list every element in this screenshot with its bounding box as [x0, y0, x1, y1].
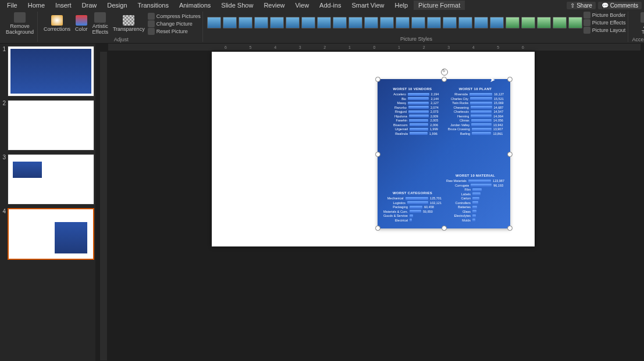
alt-text-button[interactable]: Alt Text: [639, 12, 644, 35]
color-icon: [76, 15, 87, 26]
picture-style-2[interactable]: [239, 17, 252, 28]
thumb-4[interactable]: [8, 208, 94, 260]
resize-handle-l[interactable]: [375, 152, 380, 157]
share-icon: ⇧: [570, 2, 575, 9]
artistic-effects-button[interactable]: Artistic Effects: [91, 12, 110, 35]
accessibility-label: Accessibility: [632, 37, 644, 42]
picture-style-15[interactable]: [443, 17, 457, 28]
color-label: Color: [75, 26, 88, 32]
tab-transitions[interactable]: Transitions: [133, 1, 173, 10]
layout-icon: [583, 27, 590, 34]
tab-draw[interactable]: Draw: [77, 1, 102, 10]
picture-border-button[interactable]: Picture Border: [583, 12, 626, 19]
panel-worst-plant: WORST 10 PLANTRiverside16,127Charles Cit…: [446, 87, 504, 136]
picture-style-1[interactable]: [223, 17, 237, 28]
picture-effects-button[interactable]: Picture Effects: [583, 19, 626, 26]
reset-picture-icon: [148, 28, 155, 35]
compress-icon: [148, 13, 155, 20]
alt-text-icon: [641, 12, 644, 23]
tab-home[interactable]: Home: [23, 1, 49, 10]
main-area: 1 2 3 4 6543210123456 WORST 10 VENDORSAc…: [0, 44, 644, 361]
picture-styles-label: Picture Styles: [400, 36, 432, 42]
picture-style-6[interactable]: [301, 17, 315, 28]
remove-background-button[interactable]: Remove Background: [4, 12, 35, 35]
selected-picture[interactable]: WORST 10 VENDORSAccelero2,194Bio2,144Mas…: [378, 79, 510, 228]
alt-text-label: Alt Text: [642, 23, 644, 35]
resize-handle-bl[interactable]: [375, 226, 380, 231]
picture-style-19[interactable]: [506, 17, 520, 28]
slide-stage[interactable]: 6543210123456 WORST 10 VENDORSAccelero2,…: [95, 44, 644, 361]
picture-style-3[interactable]: [254, 17, 268, 28]
transparency-button[interactable]: Transparency: [111, 15, 147, 33]
picture-style-23[interactable]: [568, 17, 582, 28]
picture-style-16[interactable]: [458, 17, 472, 28]
tab-file[interactable]: File: [2, 1, 22, 10]
picture-style-17[interactable]: [474, 17, 488, 28]
picture-style-11[interactable]: [380, 17, 394, 28]
slide-thumbnails[interactable]: 1 2 3 4: [0, 44, 95, 361]
panel-worst-vendors: WORST 10 VENDORSAccelero2,194Bio2,144Mas…: [383, 87, 442, 136]
resize-handle-b[interactable]: [442, 226, 447, 231]
tab-picture-format[interactable]: Picture Format: [414, 1, 465, 10]
group-accessibility: Alt Text Accessibility: [631, 12, 644, 42]
remove-bg-label: Remove Background: [6, 23, 34, 35]
change-picture-button[interactable]: Change Picture: [148, 20, 201, 27]
picture-style-8[interactable]: [333, 17, 347, 28]
adjust-group-label: Adjust: [114, 37, 129, 42]
thumb-3[interactable]: [8, 154, 94, 205]
corrections-button[interactable]: Corrections: [42, 15, 72, 33]
share-button[interactable]: ⇧ Share: [567, 2, 595, 9]
thumb-2[interactable]: [8, 100, 94, 151]
resize-handle-r[interactable]: [507, 152, 513, 157]
resize-handle-t[interactable]: [442, 77, 447, 82]
picture-style-7[interactable]: [317, 17, 331, 28]
picture-style-13[interactable]: [411, 17, 425, 28]
tab-add-ins[interactable]: Add-ins: [315, 1, 346, 10]
tab-animations[interactable]: Animations: [175, 1, 215, 10]
compress-pictures-button[interactable]: Compress Pictures: [148, 13, 201, 20]
picture-style-10[interactable]: [364, 17, 378, 28]
panel-worst-categories: WORST CATEGORIESMechanical125,701Logisti…: [383, 191, 442, 223]
tab-smart-view[interactable]: Smart View: [347, 1, 389, 10]
corrections-icon: [51, 15, 63, 26]
rotation-handle[interactable]: [441, 69, 448, 76]
tab-insert[interactable]: Insert: [51, 1, 76, 10]
resize-handle-br[interactable]: [507, 226, 513, 231]
picture-style-12[interactable]: [396, 17, 410, 28]
effects-icon: [583, 19, 590, 26]
picture-style-22[interactable]: [553, 17, 567, 28]
tab-help[interactable]: Help: [390, 1, 412, 10]
resize-handle-tr[interactable]: [507, 77, 513, 82]
border-icon: [583, 12, 590, 19]
group-adjust: Corrections Color Artistic Effects Trans…: [40, 12, 203, 42]
group-picture-styles: Picture Border Picture Effects Picture L…: [205, 12, 628, 42]
thumb-1[interactable]: [8, 46, 94, 96]
picture-styles-gallery[interactable]: [207, 17, 582, 28]
picture-style-20[interactable]: [521, 17, 535, 28]
artistic-icon: [94, 12, 106, 23]
group-remove-bg: Remove Background: [2, 12, 38, 42]
tab-view[interactable]: View: [290, 1, 314, 10]
picture-style-18[interactable]: [490, 17, 504, 28]
color-button[interactable]: Color: [73, 15, 90, 33]
picture-layout-button[interactable]: Picture Layout: [583, 27, 626, 34]
tab-review[interactable]: Review: [259, 1, 289, 10]
horizontal-ruler: 6543210123456: [108, 44, 641, 51]
slide-canvas[interactable]: WORST 10 VENDORSAccelero2,194Bio2,144Mas…: [212, 52, 535, 246]
panel-worst-material: WORST 10 MATERIALRaw Materials123,987Cor…: [446, 174, 504, 223]
picture-style-5[interactable]: [286, 17, 300, 28]
reset-picture-button[interactable]: Reset Picture: [148, 28, 201, 35]
comments-button[interactable]: 💬 Comments: [598, 2, 642, 9]
picture-style-0[interactable]: [207, 17, 221, 28]
picture-style-14[interactable]: [427, 17, 441, 28]
artistic-label: Artistic Effects: [92, 23, 108, 35]
picture-style-9[interactable]: [348, 17, 362, 28]
resize-handle-tl[interactable]: [375, 77, 380, 82]
picture-style-4[interactable]: [270, 17, 284, 28]
tab-slide-show[interactable]: Slide Show: [216, 1, 258, 10]
tab-design[interactable]: Design: [102, 1, 131, 10]
transparency-label: Transparency: [113, 26, 145, 32]
mouse-cursor: ➤: [490, 76, 495, 84]
share-label: Share: [577, 2, 592, 9]
picture-style-21[interactable]: [537, 17, 551, 28]
